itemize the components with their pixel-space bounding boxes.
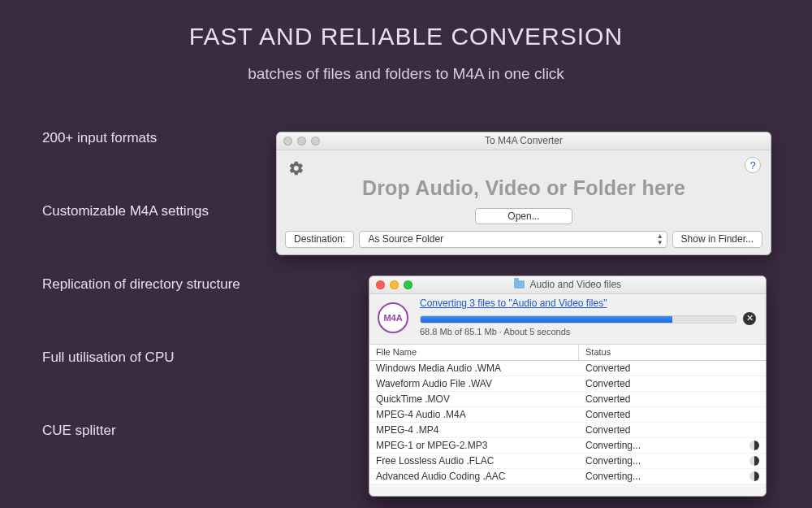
column-status[interactable]: Status — [579, 345, 766, 360]
window-title: To M4A Converter — [277, 135, 771, 146]
cell-file-name: Free Lossless Audio .FLAC — [369, 454, 579, 468]
cell-file-name: Windows Media Audio .WMA — [369, 361, 579, 376]
converter-window: To M4A Converter ? Drop Audio, Video or … — [276, 132, 771, 255]
titlebar[interactable]: Audio and Video files — [369, 276, 766, 294]
cancel-button[interactable]: ✕ — [743, 312, 756, 325]
spinner-icon — [749, 441, 759, 450]
window-title-text: Audio and Video files — [530, 279, 622, 290]
progress-panel: M4A Converting 3 files to "Audio and Vid… — [369, 294, 766, 345]
table-row[interactable]: Waveform Audio File .WAVConverted — [369, 376, 766, 392]
format-badge: M4A — [378, 302, 408, 333]
cell-file-name: MPEG-4 Audio .M4A — [369, 407, 579, 422]
hero-title: FAST AND RELIABLE CONVERSION — [0, 0, 812, 50]
feature-item: Customizable M4A settings — [42, 203, 240, 219]
cell-file-name: MPEG-1 or MPEG-2.MP3 — [369, 438, 579, 453]
progress-bar — [420, 315, 736, 323]
spinner-icon — [749, 471, 759, 481]
feature-item: Full utilisation of CPU — [42, 350, 240, 366]
window-title: Audio and Video files — [369, 279, 766, 290]
cell-file-name: Waveform Audio File .WAV — [369, 376, 579, 391]
table-row[interactable]: Free Lossless Audio .FLACConverting... — [369, 454, 766, 469]
cell-status: Converted — [579, 376, 766, 391]
cell-file-name: MPEG-4 .MP4 — [369, 423, 579, 437]
titlebar[interactable]: To M4A Converter — [277, 132, 771, 150]
progress-window: Audio and Video files M4A Converting 3 f… — [369, 276, 767, 497]
feature-item: CUE splitter — [42, 423, 240, 439]
progress-bar-fill — [421, 316, 672, 323]
help-button[interactable]: ? — [745, 157, 761, 173]
cell-file-name: QuickTime .MOV — [369, 392, 579, 406]
open-button[interactable]: Open... — [475, 208, 572, 224]
cell-file-name: Advanced Audio Coding .AAC — [369, 469, 579, 484]
feature-item: 200+ input formats — [42, 130, 240, 146]
folder-icon — [514, 280, 525, 289]
conversion-link[interactable]: Converting 3 files to "Audio and Video f… — [420, 297, 607, 309]
spinner-icon — [749, 456, 759, 466]
destination-select[interactable]: As Source Folder ▲▼ — [359, 231, 667, 248]
table-header: File Name Status — [369, 345, 766, 361]
table-row[interactable]: QuickTime .MOVConverted — [369, 392, 766, 407]
feature-item: Replication of directory structure — [42, 276, 240, 293]
table-row[interactable]: Advanced Audio Coding .AACConverting... — [369, 469, 766, 484]
gear-icon[interactable] — [288, 160, 304, 180]
table-row[interactable]: MPEG-4 .MP4Converted — [369, 423, 766, 438]
drop-zone-label[interactable]: Drop Audio, Video or Folder here — [277, 176, 771, 200]
chevron-up-down-icon: ▲▼ — [657, 233, 663, 246]
show-in-finder-button[interactable]: Show in Finder... — [672, 231, 762, 248]
progress-text: 68.8 Mb of 85.1 Mb · About 5 seconds — [420, 327, 570, 336]
column-file-name[interactable]: File Name — [369, 345, 579, 360]
cell-status: Converted — [579, 361, 766, 376]
destination-value: As Source Folder — [368, 233, 443, 245]
destination-button[interactable]: Destination: — [285, 231, 354, 248]
hero-subtitle: batches of files and folders to M4A in o… — [0, 65, 812, 83]
cell-status: Converted — [579, 407, 766, 422]
feature-list: 200+ input formats Customizable M4A sett… — [42, 130, 240, 496]
cell-status: Converting... — [579, 469, 766, 484]
cell-status: Converted — [579, 392, 766, 406]
table-row[interactable]: Windows Media Audio .WMAConverted — [369, 361, 766, 376]
cell-status: Converted — [579, 423, 766, 437]
cell-status: Converting... — [579, 438, 766, 453]
table-row[interactable]: MPEG-4 Audio .M4AConverted — [369, 407, 766, 423]
table-body: Windows Media Audio .WMAConvertedWavefor… — [369, 361, 766, 484]
table-row[interactable]: MPEG-1 or MPEG-2.MP3Converting... — [369, 438, 766, 454]
cell-status: Converting... — [579, 454, 766, 468]
